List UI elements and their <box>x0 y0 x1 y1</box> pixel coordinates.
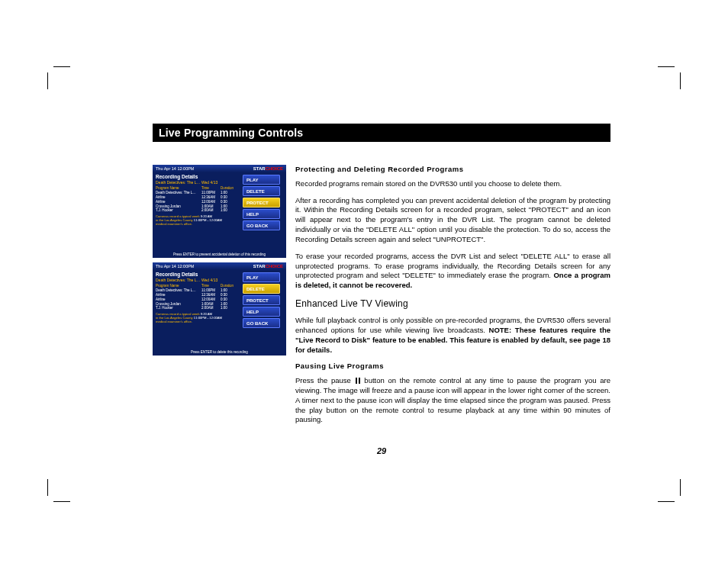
dvr-help-button: HELP <box>243 209 280 219</box>
dvr-buttons: PLAY DELETE PROTECT HELP GO BACK <box>240 172 282 250</box>
dvr-row: T.J. Hooker2:00AM1:00 <box>156 208 237 213</box>
paragraph: To erase your recorded programs, access … <box>295 252 610 291</box>
paragraph: After a recording has completed you can … <box>295 196 610 245</box>
content-area: Thu Apr 14 12:00PM STARCHOICE Recording … <box>153 165 610 432</box>
dvr-delete-button: DELETE <box>243 186 280 196</box>
screenshot-column: Thu Apr 14 12:00PM STARCHOICE Recording … <box>153 165 286 432</box>
dvr-subtitle: Death Detectives: The L… Wed 4/13 <box>156 278 237 282</box>
dvr-play-button: PLAY <box>243 272 280 282</box>
crop-mark <box>47 66 70 89</box>
dvr-description: Cameras record a typical week 9:20 AM in… <box>156 312 237 323</box>
dvr-logo: STARCHOICE <box>253 264 283 269</box>
dvr-columns: Program NameTimeDuration <box>156 284 237 288</box>
paragraph: Recorded programs remain stored on the D… <box>295 179 610 189</box>
crop-mark <box>658 66 681 89</box>
crop-mark <box>658 479 681 502</box>
dvr-screenshot-protect: Thu Apr 14 12:00PM STARCHOICE Recording … <box>153 165 286 258</box>
dvr-screenshot-delete: Thu Apr 14 12:00PM STARCHOICE Recording … <box>153 262 286 355</box>
dvr-description: Cameras record a typical week 9:20 AM in… <box>156 214 237 226</box>
paragraph: While full playback control is only poss… <box>295 316 610 355</box>
crop-mark <box>47 479 70 502</box>
section-heading: Enhanced Live TV Viewing <box>295 298 610 310</box>
dvr-row: T.J. Hooker2:00AM1:00 <box>156 306 237 310</box>
dvr-buttons: PLAY DELETE PROTECT HELP GO BACK <box>240 270 282 348</box>
page-number: 29 <box>153 446 610 455</box>
dvr-help-button: HELP <box>243 307 280 317</box>
dvr-title: Recording Details <box>156 174 237 179</box>
paragraph: Press the pause button on the remote con… <box>295 376 610 425</box>
dvr-play-button: PLAY <box>243 175 280 185</box>
dvr-columns: Program NameTimeDuration <box>156 186 237 190</box>
dvr-footer: Press ENTER to delete this recording <box>153 350 286 354</box>
section-heading: Protecting and Deleting Recorded Program… <box>295 165 610 175</box>
dvr-goback-button: GO BACK <box>243 318 280 328</box>
dvr-protect-button: PROTECT <box>243 198 280 208</box>
dvr-goback-button: GO BACK <box>243 220 280 230</box>
dvr-protect-button: PROTECT <box>243 295 280 305</box>
pause-icon <box>356 378 360 384</box>
dvr-timestamp: Thu Apr 14 12:00PM <box>156 166 194 171</box>
page-title: Live Programming Controls <box>153 124 610 142</box>
page-content: Live Programming Controls Thu Apr 14 12:… <box>153 124 610 432</box>
section-heading: Pausing Live Programs <box>295 362 610 372</box>
dvr-delete-button: DELETE <box>243 284 280 294</box>
dvr-logo: STARCHOICE <box>253 166 283 171</box>
dvr-footer: Press ENTER to prevent accidental deleti… <box>153 253 286 256</box>
text-column: Protecting and Deleting Recorded Program… <box>295 165 610 432</box>
dvr-title: Recording Details <box>156 272 237 277</box>
dvr-timestamp: Thu Apr 14 12:00PM <box>156 264 194 269</box>
dvr-subtitle: Death Detectives: The L… Wed 4/13 <box>156 180 237 185</box>
